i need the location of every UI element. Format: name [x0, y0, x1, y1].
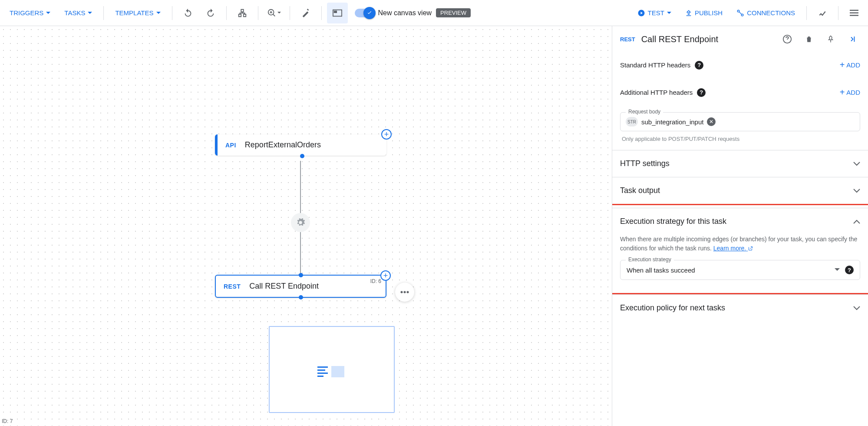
main: ID: 7 API ReportExternalOrders + REST Ca… [0, 26, 868, 426]
node-port[interactable] [299, 273, 303, 277]
task-node[interactable]: REST Call REST Endpoint ID: 6 + [215, 275, 386, 298]
svg-rect-7 [850, 12, 858, 13]
exec-strategy-header[interactable]: Execution strategy for this task [612, 208, 868, 235]
minimap[interactable] [269, 326, 395, 413]
node-label: ReportExternalOrders [245, 140, 321, 150]
exec-strategy-title: Execution strategy for this task [620, 217, 726, 226]
panel-title: Call REST Endpoint [641, 34, 773, 44]
chevron-down-icon [667, 12, 671, 14]
redo-button[interactable] [200, 3, 221, 23]
separator [838, 6, 838, 20]
help-icon[interactable]: ? [845, 266, 854, 274]
std-headers-label: Standard HTTP headers ? [620, 61, 703, 70]
analytics-button[interactable] [812, 3, 833, 23]
tasks-label: TASKS [64, 9, 85, 17]
undo-button[interactable] [178, 3, 198, 23]
test-label: TEST [648, 9, 664, 17]
svg-rect-8 [850, 15, 858, 16]
learn-more-link[interactable]: Learn more. [713, 245, 753, 252]
triggers-label: TRIGGERS [10, 9, 43, 17]
node-port[interactable] [299, 295, 303, 300]
toggle-knob [363, 7, 376, 19]
undo-icon [183, 8, 193, 18]
preview-badge: PREVIEW [436, 8, 471, 17]
zoom-button[interactable] [264, 3, 284, 23]
separator [103, 6, 104, 20]
separator [172, 6, 172, 20]
exec-strategy-legend: Execution strategy [626, 256, 674, 263]
clear-button[interactable]: ✕ [707, 117, 716, 126]
toggle-switch[interactable] [355, 9, 374, 17]
add-node-button[interactable]: + [380, 270, 391, 281]
minimap-content [317, 366, 344, 377]
more-horiz-icon [400, 291, 409, 293]
help-icon[interactable]: ? [697, 88, 706, 97]
canvas[interactable]: ID: 7 API ReportExternalOrders + REST Ca… [0, 26, 612, 426]
separator [321, 6, 322, 20]
chevron-down-icon [156, 12, 161, 14]
add-node-button[interactable]: + [381, 129, 392, 140]
connections-button[interactable]: CONNECTIONS [730, 6, 801, 20]
exec-strategy-desc: When there are multiple incoming edges (… [620, 235, 860, 253]
check-icon [366, 10, 373, 16]
exec-strategy-body: When there are multiple incoming edges (… [612, 235, 868, 288]
toolbar: TRIGGERS TASKS TEMPLATES [0, 0, 868, 26]
edge-settings[interactable] [291, 213, 310, 232]
add-std-header-button[interactable]: + ADD [840, 60, 860, 70]
publish-button[interactable]: PUBLISH [679, 6, 729, 20]
add-extra-header-button[interactable]: + ADD [840, 87, 860, 97]
collapse-button[interactable] [845, 31, 860, 47]
request-body-field[interactable]: Request body STR sub_integration_input ✕ [620, 112, 860, 131]
separator [258, 6, 258, 20]
hierarchy-icon [238, 8, 247, 18]
task-output-header[interactable]: Task output [612, 177, 868, 204]
trigger-node[interactable]: API ReportExternalOrders + [215, 134, 386, 156]
http-settings-header[interactable]: HTTP settings [612, 150, 868, 177]
separator [226, 6, 227, 20]
node-type-badge: REST [224, 283, 241, 290]
delete-button[interactable] [801, 31, 817, 47]
node-more-button[interactable] [395, 283, 414, 302]
publish-label: PUBLISH [695, 9, 723, 17]
node-port[interactable] [300, 154, 304, 158]
magic-button[interactable] [295, 3, 316, 23]
chevron-down-icon [277, 12, 281, 14]
chevron-down-icon [88, 12, 92, 14]
triggers-menu[interactable]: TRIGGERS [3, 6, 56, 20]
help-button[interactable] [779, 31, 795, 47]
upload-icon [685, 9, 692, 17]
menu-icon [850, 10, 858, 17]
panel-icon [333, 9, 342, 17]
chevron-down-icon [46, 12, 50, 14]
connections-label: CONNECTIONS [747, 9, 795, 17]
toolbar-right: TEST PUBLISH CONNECTIONS [631, 3, 865, 23]
exec-strategy-select[interactable]: Execution strategy When all tasks succee… [620, 260, 860, 280]
panel-badge: REST [620, 36, 635, 43]
side-panel: REST Call REST Endpoint Stand [612, 26, 868, 426]
menu-button[interactable] [844, 3, 865, 23]
chevron-down-icon [853, 189, 860, 193]
svg-point-10 [404, 291, 406, 293]
separator [806, 6, 807, 20]
exec-policy-header[interactable]: Execution policy for next tasks [612, 295, 868, 321]
task-output-title: Task output [620, 186, 660, 195]
svg-rect-6 [850, 10, 858, 11]
pin-button[interactable] [823, 31, 838, 47]
panel-toggle-button[interactable] [327, 3, 348, 23]
svg-point-9 [401, 291, 403, 293]
tasks-menu[interactable]: TASKS [58, 6, 98, 20]
chart-icon [818, 9, 827, 17]
headers-section: Standard HTTP headers ? + ADD Additional… [612, 52, 868, 150]
layout-button[interactable] [232, 3, 253, 23]
pin-icon [827, 35, 835, 43]
exec-policy-accordion: Execution policy for next tasks [612, 294, 868, 321]
node-label: Call REST Endpoint [249, 282, 319, 291]
templates-label: TEMPLATES [115, 9, 153, 17]
templates-menu[interactable]: TEMPLATES [109, 6, 166, 20]
help-icon[interactable]: ? [695, 61, 703, 70]
zoom-icon [267, 8, 277, 18]
panel-header: REST Call REST Endpoint [612, 26, 868, 52]
chevron-up-icon [853, 220, 860, 224]
external-link-icon [748, 246, 753, 251]
test-button[interactable]: TEST [631, 6, 677, 20]
